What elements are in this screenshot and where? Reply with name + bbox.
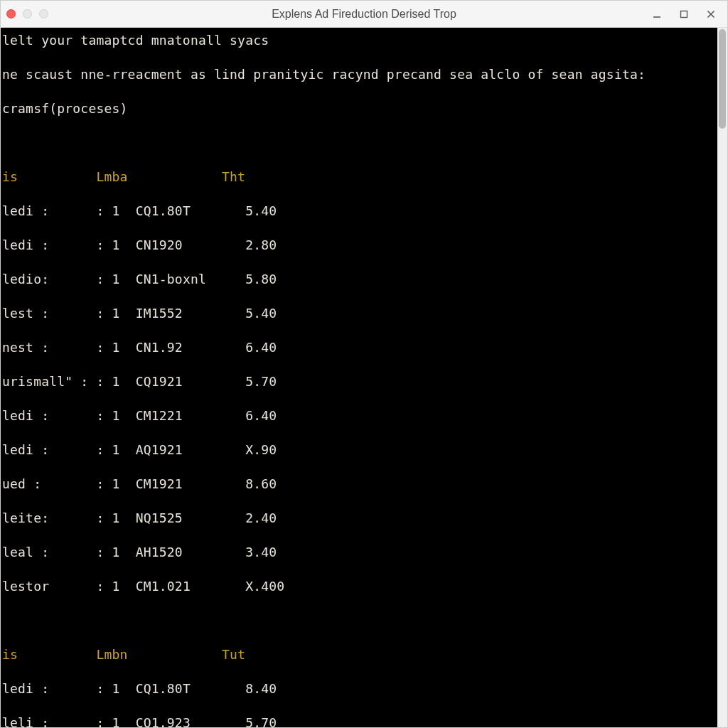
close-button[interactable] xyxy=(697,3,724,26)
table-row: ledi : : 1 AQ1921 X.90 xyxy=(2,441,717,459)
window-controls xyxy=(643,3,724,26)
blank-line xyxy=(2,612,717,629)
traffic-lights xyxy=(6,9,48,18)
table-row: nest : : 1 CN1.92 6.40 xyxy=(2,339,717,356)
group-header: is Lmba Tht xyxy=(2,168,717,186)
svg-rect-1 xyxy=(681,11,687,17)
table-row: ledi : : 1 CQ1.80T 5.40 xyxy=(2,203,717,220)
group-header: is Lmbn Tut xyxy=(2,646,717,663)
minimize-button[interactable] xyxy=(643,3,670,26)
table-row: ledio: : 1 CN1-boxnl 5.80 xyxy=(2,271,717,288)
minimize-icon[interactable] xyxy=(23,9,32,18)
table-row: ledi : : 1 CM1221 6.40 xyxy=(2,407,717,424)
table-row: ued : : 1 CM1921 8.60 xyxy=(2,476,717,493)
terminal-output[interactable]: lelt your tamaptcd mnatonall syacs ne sc… xyxy=(1,28,717,727)
table-row: lest : : 1 IM1552 5.40 xyxy=(2,305,717,322)
table-row: urismall" : : 1 CQ1921 5.70 xyxy=(2,373,717,390)
terminal-area: lelt your tamaptcd mnatonall syacs ne sc… xyxy=(1,28,727,727)
table-row: ledi : : 1 CN1920 2.80 xyxy=(2,237,717,254)
blank-line xyxy=(2,134,717,151)
table-row: leal : : 1 AH1520 3.40 xyxy=(2,544,717,561)
scroll-thumb[interactable] xyxy=(719,29,726,129)
table-row: lestor : 1 CM1.021 X.400 xyxy=(2,578,717,595)
restore-button[interactable] xyxy=(670,3,697,26)
intro-line: lelt your tamaptcd mnatonall syacs xyxy=(2,32,717,49)
table-row: ledi : : 1 CQ1.80T 8.40 xyxy=(2,680,717,697)
scrollbar[interactable] xyxy=(717,28,727,727)
window-title: Explens Ad Fireduction Derised Trop xyxy=(272,8,456,21)
intro-line: ne scaust nne-rreacment as lind pranityi… xyxy=(2,66,717,83)
intro-line: cramsf(proceses) xyxy=(2,100,717,117)
table-row: leli : : 1 CQ1.923 5.70 xyxy=(2,714,717,727)
window: Explens Ad Fireduction Derised Trop lelt… xyxy=(0,0,728,728)
close-icon[interactable] xyxy=(6,9,16,18)
titlebar: Explens Ad Fireduction Derised Trop xyxy=(1,1,727,28)
table-row: leite: : 1 NQ1525 2.40 xyxy=(2,510,717,527)
maximize-icon[interactable] xyxy=(39,9,48,18)
